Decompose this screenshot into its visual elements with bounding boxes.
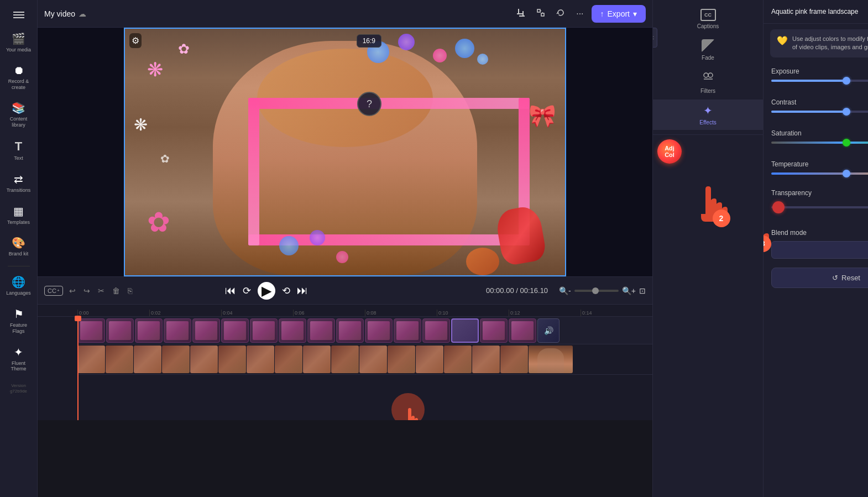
exposure-slider[interactable]	[771, 80, 868, 82]
effects-tool-item[interactable]: ✦ Effects	[653, 100, 763, 130]
video-cell[interactable]	[190, 346, 218, 373]
sidebar-divider	[8, 266, 30, 266]
film-cell[interactable]	[480, 318, 508, 343]
fade-tool-item[interactable]: Fade	[653, 35, 763, 65]
video-cell[interactable]	[162, 346, 190, 373]
sidebar-item-languages[interactable]: 🌐 Languages	[2, 271, 35, 301]
project-title[interactable]: My video	[44, 9, 75, 18]
ruler-mark-12: 0:12	[509, 310, 581, 316]
video-cell[interactable]	[416, 346, 443, 373]
ruler-mark-4: 0:04	[221, 310, 293, 316]
film-cell[interactable]	[77, 318, 105, 343]
help-button[interactable]: ?	[357, 92, 381, 116]
transparency-thumb[interactable]	[772, 201, 785, 213]
effects-track[interactable]: 🔊	[77, 317, 652, 344]
video-cell[interactable]	[303, 346, 331, 373]
film-cell-end[interactable]: 🔊	[537, 318, 560, 343]
saturation-thumb[interactable]	[843, 139, 850, 147]
crop-tool-button[interactable]	[513, 5, 529, 23]
more-tools-button[interactable]: ···	[573, 6, 587, 22]
sidebar-item-record[interactable]: ⏺ Record &create	[2, 60, 35, 95]
canvas-settings[interactable]: ⚙	[129, 33, 142, 48]
blend-mode-dropdown[interactable]: ▾	[771, 241, 868, 259]
adjust-colors-badge[interactable]: AdjCol	[653, 135, 763, 168]
film-cell[interactable]	[135, 318, 163, 343]
toolbar: ··· ↑ Export ▾	[513, 5, 646, 23]
video-cell[interactable]	[359, 346, 387, 373]
film-cell[interactable]	[250, 318, 278, 343]
effects-icon: ✦	[703, 104, 713, 117]
video-cell[interactable]	[106, 346, 133, 373]
video-cell[interactable]	[77, 346, 105, 373]
blend-mode-label: Blend mode	[771, 229, 868, 237]
menu-button[interactable]	[8, 4, 30, 25]
undo-button[interactable]: ↩	[67, 285, 77, 297]
zoom-in-button[interactable]: 🔍+	[622, 286, 636, 295]
resize-tool-button[interactable]	[533, 5, 548, 23]
video-cell[interactable]	[247, 346, 274, 373]
collapse-panel-button[interactable]: <	[652, 28, 657, 48]
video-cell[interactable]	[388, 346, 415, 373]
aspect-ratio-label[interactable]: 16:9	[357, 34, 381, 48]
forward-button[interactable]: ⟲	[282, 285, 290, 297]
exposure-section: Exposure	[764, 63, 868, 94]
temperature-thumb[interactable]	[843, 170, 850, 177]
redo-button[interactable]: ↪	[82, 285, 92, 297]
video-cell-last[interactable]	[529, 346, 573, 373]
filters-tool-item[interactable]: Filters	[653, 66, 763, 98]
zoom-out-button[interactable]: 🔍-	[559, 286, 571, 295]
cc-button[interactable]: CC +	[44, 286, 63, 296]
zoom-slider[interactable]	[574, 290, 619, 292]
film-cell[interactable]	[106, 318, 134, 343]
film-cell[interactable]	[192, 318, 220, 343]
adjust-colors-panel: Aquatic pink frame landscape × 💛 Use adj…	[763, 0, 868, 497]
video-cell[interactable]	[444, 346, 472, 373]
exposure-thumb[interactable]	[843, 77, 850, 85]
film-cell[interactable]	[365, 318, 393, 343]
sidebar-item-text[interactable]: T Text	[2, 135, 35, 166]
video-cell[interactable]	[275, 346, 302, 373]
sidebar-item-your-media[interactable]: 🎬 Your media	[2, 28, 35, 57]
temperature-slider[interactable]	[771, 172, 868, 175]
video-track[interactable]	[77, 344, 652, 375]
rotate-tool-button[interactable]	[553, 5, 568, 23]
film-cell[interactable]	[422, 318, 450, 343]
skip-to-start-button[interactable]: ⏮	[225, 284, 236, 297]
video-canvas[interactable]: ❋ ✿ 🎀 ✿ ❋ ✿ ⚙	[124, 28, 566, 276]
film-cell-selected[interactable]	[451, 318, 479, 343]
contrast-slider[interactable]	[771, 111, 868, 113]
film-cell[interactable]	[164, 318, 191, 343]
play-button[interactable]: ▶	[258, 282, 275, 300]
sidebar-item-templates[interactable]: ▦ Templates	[2, 200, 35, 230]
film-cell[interactable]	[221, 318, 249, 343]
sidebar-item-feature-flags[interactable]: ⚑ Feature Flags	[2, 303, 35, 339]
sidebar-item-content-library[interactable]: 📚 Content library	[2, 97, 35, 133]
film-cell[interactable]	[307, 318, 335, 343]
video-cell[interactable]	[472, 346, 500, 373]
video-cell[interactable]	[218, 346, 246, 373]
film-cell[interactable]	[336, 318, 364, 343]
saturation-slider[interactable]	[771, 142, 868, 144]
video-cell[interactable]	[500, 346, 528, 373]
skip-to-end-button[interactable]: ⏭	[297, 284, 308, 297]
captions-tool-item[interactable]: CC Captions	[653, 4, 763, 34]
export-button[interactable]: ↑ Export ▾	[592, 5, 646, 23]
reset-button[interactable]: ↺ Reset	[771, 268, 868, 288]
contrast-thumb[interactable]	[843, 108, 850, 116]
film-cell[interactable]	[279, 318, 306, 343]
fit-to-window-button[interactable]: ⊡	[639, 286, 646, 295]
video-cell[interactable]	[134, 346, 161, 373]
copy-button[interactable]: ⎘	[126, 285, 134, 297]
delete-button[interactable]: 🗑	[111, 285, 122, 297]
film-cell[interactable]	[509, 318, 536, 343]
aspect-ratio-button[interactable]: 16:9	[357, 34, 381, 48]
video-cell[interactable]	[331, 346, 359, 373]
sidebar-item-brand-kit[interactable]: 🎨 Brand kit	[2, 232, 35, 261]
sidebar-item-fluent-theme[interactable]: ✦ Fluent Theme	[2, 341, 35, 377]
cut-button[interactable]: ✂	[96, 285, 106, 297]
film-cell[interactable]	[394, 318, 421, 343]
saturation-label: Saturation	[771, 129, 868, 137]
brand-icon: 🎨	[12, 236, 25, 249]
sidebar-item-transitions[interactable]: ⇄ Transitions	[2, 168, 35, 198]
rewind-button[interactable]: ⟳	[243, 285, 251, 297]
